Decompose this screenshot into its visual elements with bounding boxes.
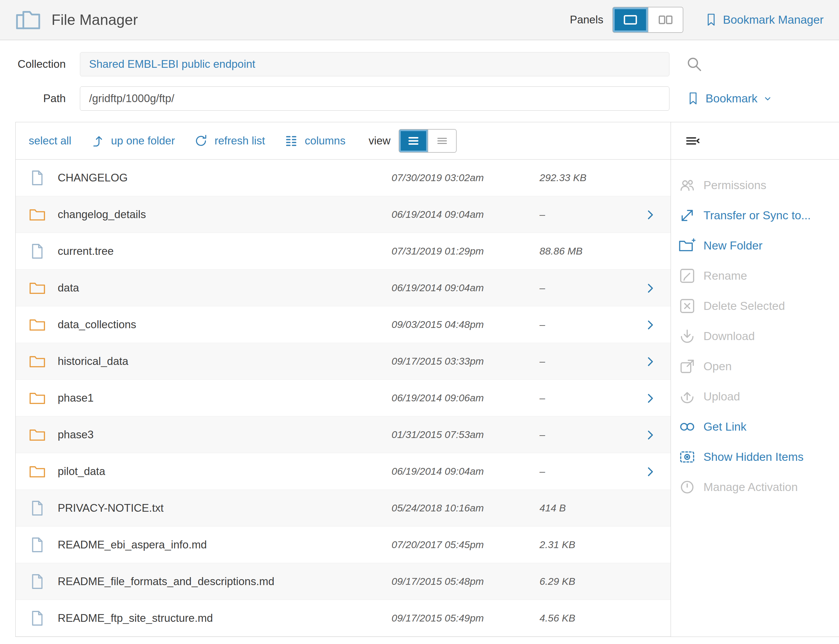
file-name: PRIVACY-NOTICE.txt bbox=[58, 502, 392, 514]
file-row[interactable]: phase1 06/19/2014 09:06am – bbox=[16, 380, 671, 416]
header-right: Panels Bookmark Manager bbox=[570, 7, 824, 33]
file-row[interactable]: data_collections 09/03/2015 04:48pm – bbox=[16, 306, 671, 343]
action-upload[interactable]: Upload bbox=[679, 381, 839, 412]
collection-row: Collection Shared EMBL-EBI public endpoi… bbox=[0, 52, 839, 76]
action-power[interactable]: Manage Activation bbox=[679, 472, 839, 502]
bookmark-icon bbox=[686, 92, 700, 106]
file-date: 09/17/2015 03:33pm bbox=[392, 355, 540, 367]
file-size: – bbox=[540, 392, 637, 404]
action-eye[interactable]: Show Hidden Items bbox=[679, 442, 839, 472]
file-date: 07/20/2017 05:45pm bbox=[392, 539, 540, 550]
up-one-folder-button[interactable]: up one folder bbox=[90, 133, 175, 149]
path-input[interactable] bbox=[80, 86, 670, 111]
collapse-panel-icon[interactable] bbox=[685, 133, 701, 149]
file-date: 09/03/2015 04:48pm bbox=[392, 319, 540, 330]
file-row[interactable]: README_ftp_site_structure.md 09/17/2015 … bbox=[16, 600, 671, 637]
file-row[interactable]: current.tree 07/31/2019 01:29pm 88.86 MB bbox=[16, 233, 671, 269]
chevron-right-icon[interactable] bbox=[644, 281, 657, 294]
file-size: – bbox=[540, 429, 637, 440]
collection-field[interactable]: Shared EMBL-EBI public endpoint bbox=[80, 52, 670, 76]
chevron-right-icon[interactable] bbox=[644, 208, 657, 221]
file-size: 414 B bbox=[540, 502, 637, 514]
action-download[interactable]: Download bbox=[679, 321, 839, 351]
file-name: README_ebi_aspera_info.md bbox=[58, 539, 392, 551]
collection-label: Collection bbox=[0, 58, 66, 71]
action-transfer[interactable]: Transfer or Sync to... bbox=[679, 200, 839, 230]
file-row[interactable]: changelog_details 06/19/2014 09:04am – bbox=[16, 196, 671, 233]
folder-icon bbox=[29, 316, 46, 333]
file-row[interactable]: README_ebi_aspera_info.md 07/20/2017 05:… bbox=[16, 526, 671, 563]
file-date: 01/31/2015 07:53am bbox=[392, 429, 540, 440]
columns-button[interactable]: columns bbox=[284, 133, 346, 149]
action-label: Transfer or Sync to... bbox=[703, 209, 811, 222]
search-icon[interactable] bbox=[686, 56, 703, 72]
bookmark-button[interactable]: Bookmark bbox=[686, 92, 773, 106]
refresh-list-button[interactable]: refresh list bbox=[193, 133, 265, 149]
eye-icon bbox=[679, 449, 696, 465]
action-label: Upload bbox=[703, 390, 740, 403]
view-toggle bbox=[399, 129, 456, 153]
page-title: File Manager bbox=[51, 11, 138, 28]
file-date: 05/24/2018 10:16am bbox=[392, 502, 540, 514]
file-name: pilot_data bbox=[58, 465, 392, 478]
file-icon bbox=[29, 499, 46, 517]
file-date: 06/19/2014 09:06am bbox=[392, 392, 540, 404]
file-name: README_file_formats_and_descriptions.md bbox=[58, 575, 392, 588]
folder-icon bbox=[29, 206, 46, 223]
folder-icon bbox=[29, 463, 46, 480]
file-row[interactable]: data 06/19/2014 09:04am – bbox=[16, 269, 671, 306]
file-icon bbox=[29, 536, 46, 554]
file-icon bbox=[29, 169, 46, 186]
file-date: 07/31/2019 01:29pm bbox=[392, 245, 540, 257]
file-row[interactable]: phase3 01/31/2015 07:53am – bbox=[16, 416, 671, 453]
chevron-right-icon[interactable] bbox=[644, 465, 657, 478]
new-folder-icon bbox=[679, 237, 696, 254]
chevron-right-icon[interactable] bbox=[644, 355, 657, 368]
file-size: 6.29 KB bbox=[540, 576, 637, 587]
chevron-down-icon bbox=[762, 93, 773, 104]
file-row[interactable]: README_file_formats_and_descriptions.md … bbox=[16, 563, 671, 600]
file-name: historical_data bbox=[58, 355, 392, 368]
folder-icon bbox=[29, 426, 46, 444]
action-link[interactable]: Get Link bbox=[679, 412, 839, 442]
action-label: Permissions bbox=[703, 179, 766, 192]
action-permissions[interactable]: Permissions bbox=[679, 170, 839, 200]
file-size: – bbox=[540, 319, 637, 330]
permissions-icon bbox=[679, 177, 696, 194]
condensed-view-button[interactable] bbox=[428, 130, 456, 152]
file-row[interactable]: pilot_data 06/19/2014 09:04am – bbox=[16, 453, 671, 490]
chevron-right-icon[interactable] bbox=[644, 428, 657, 441]
file-size: 4.56 KB bbox=[540, 612, 637, 624]
file-date: 06/19/2014 09:04am bbox=[392, 465, 540, 477]
action-pane-header bbox=[671, 122, 839, 159]
action-delete[interactable]: Delete Selected bbox=[679, 291, 839, 321]
file-date: 09/17/2015 05:48pm bbox=[392, 576, 540, 587]
condensed-view-icon bbox=[435, 134, 449, 148]
action-pane: Permissions Transfer or Sync to... New F… bbox=[671, 122, 839, 637]
chevron-right-icon[interactable] bbox=[644, 391, 657, 404]
file-name: current.tree bbox=[58, 245, 392, 258]
list-view-button[interactable] bbox=[399, 130, 428, 152]
view-group: view bbox=[368, 129, 456, 153]
endpoint-form: Collection Shared EMBL-EBI public endpoi… bbox=[0, 40, 839, 122]
file-size: – bbox=[540, 282, 637, 294]
dual-panel-button[interactable] bbox=[648, 7, 683, 32]
file-row[interactable]: PRIVACY-NOTICE.txt 05/24/2018 10:16am 41… bbox=[16, 490, 671, 526]
action-open[interactable]: Open bbox=[679, 351, 839, 381]
action-new-folder[interactable]: New Folder bbox=[679, 230, 839, 261]
file-list: CHANGELOG 07/30/2019 03:02am 292.33 KB c… bbox=[16, 159, 671, 637]
chevron-right-icon[interactable] bbox=[644, 318, 657, 331]
file-row[interactable]: historical_data 09/17/2015 03:33pm – bbox=[16, 343, 671, 380]
file-row[interactable]: CHANGELOG 07/30/2019 03:02am 292.33 KB bbox=[16, 159, 671, 196]
file-name: phase1 bbox=[58, 392, 392, 404]
single-panel-button[interactable] bbox=[613, 7, 648, 32]
upload-icon bbox=[679, 388, 696, 405]
path-row: Path Bookmark bbox=[0, 86, 839, 111]
bookmark-manager-link[interactable]: Bookmark Manager bbox=[704, 13, 824, 27]
columns-label: columns bbox=[305, 135, 346, 147]
action-rename[interactable]: Rename bbox=[679, 261, 839, 291]
panels-label: Panels bbox=[570, 14, 603, 26]
bookmark-manager-label: Bookmark Manager bbox=[723, 13, 824, 26]
file-date: 07/30/2019 03:02am bbox=[392, 172, 540, 184]
select-all-button[interactable]: select all bbox=[29, 135, 71, 147]
